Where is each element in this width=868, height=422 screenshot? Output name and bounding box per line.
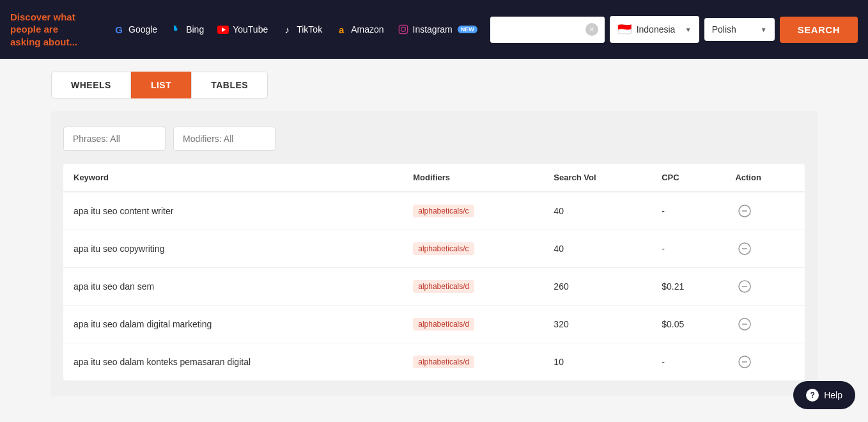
engine-tiktok-label: TikTok — [297, 24, 322, 35]
content-area: WHEELS LIST TABLES Keyword Modifiers Sea… — [0, 59, 868, 422]
instagram-icon — [397, 23, 410, 36]
search-vol-cell: 260 — [543, 268, 651, 306]
cpc-cell: $0.21 — [651, 268, 725, 306]
search-vol-cell: 10 — [543, 343, 651, 381]
action-cell — [725, 343, 805, 381]
language-selector[interactable]: Polish ▼ — [704, 18, 775, 41]
action-cell — [725, 230, 805, 268]
svg-point-3 — [401, 27, 405, 32]
modifier-badge: alphabeticals/c — [413, 242, 474, 255]
instagram-new-badge: NEW — [458, 26, 477, 33]
col-keyword: Keyword — [63, 164, 403, 192]
bing-icon — [170, 23, 183, 36]
tab-list[interactable]: LIST — [131, 72, 191, 98]
modifier-cell: alphabeticals/c — [403, 230, 543, 268]
brand-end: about... — [41, 36, 78, 47]
action-cell — [725, 268, 805, 306]
cpc-cell: $0.05 — [651, 306, 725, 343]
brand-line2: people are — [10, 24, 58, 35]
table-container: Keyword Modifiers Search Vol CPC Action … — [50, 111, 818, 396]
col-modifiers: Modifiers — [403, 164, 543, 192]
keyword-cell: apa itu seo dan sem — [63, 268, 403, 306]
modifier-cell: alphabeticals/d — [403, 306, 543, 343]
engine-instagram-label: Instagram — [413, 24, 453, 35]
remove-button[interactable] — [735, 201, 754, 221]
brand-highlight: asking — [10, 36, 41, 47]
language-label: Polish — [712, 24, 736, 35]
results-table: Keyword Modifiers Search Vol CPC Action … — [63, 164, 805, 380]
tiktok-icon: ♪ — [281, 23, 293, 36]
modifier-cell: alphabeticals/d — [403, 268, 543, 306]
search-vol-cell: 40 — [543, 192, 651, 230]
engine-google-label: Google — [128, 24, 157, 35]
modifier-badge: alphabeticals/d — [413, 356, 474, 368]
modifiers-filter[interactable] — [173, 127, 275, 151]
language-dropdown-arrow: ▼ — [761, 26, 767, 33]
engine-bing[interactable]: Bing — [170, 23, 204, 36]
tab-wheels[interactable]: WHEELS — [51, 72, 131, 98]
keyword-cell: apa itu seo dalam digital marketing — [63, 306, 403, 343]
remove-button[interactable] — [735, 277, 754, 296]
brand-line1: Discover what — [10, 12, 75, 22]
google-icon: G — [112, 23, 125, 36]
keyword-cell: apa itu seo content writer — [63, 192, 403, 230]
engine-youtube[interactable]: YouTube — [217, 23, 268, 36]
col-action: Action — [725, 164, 805, 192]
svg-rect-2 — [399, 25, 407, 33]
country-dropdown-arrow: ▼ — [685, 26, 692, 33]
cpc-cell: - — [651, 343, 725, 381]
table-header: Keyword Modifiers Search Vol CPC Action — [63, 164, 805, 192]
help-icon: ? — [806, 389, 819, 402]
engine-google[interactable]: G Google — [112, 23, 157, 36]
tabs-row: WHEELS LIST TABLES — [0, 72, 868, 98]
engine-bing-label: Bing — [186, 24, 204, 35]
engine-tiktok[interactable]: ♪ TikTok — [281, 23, 322, 36]
keyword-cell: apa itu seo dalam konteks pemasaran digi… — [63, 343, 403, 381]
help-label: Help — [824, 390, 842, 400]
search-vol-cell: 320 — [543, 306, 651, 343]
col-search-vol: Search Vol — [543, 164, 651, 192]
table-row: apa itu seo content writer alphabeticals… — [63, 192, 805, 230]
engine-amazon-label: Amazon — [351, 24, 384, 35]
country-flag: 🇮🇩 — [617, 22, 632, 36]
youtube-icon — [217, 23, 229, 36]
engine-youtube-label: YouTube — [233, 24, 268, 35]
engine-nav: G Google Bing YouTube ♪ TikTok a Amazon — [112, 23, 477, 36]
clear-button[interactable]: × — [585, 23, 598, 36]
engine-amazon[interactable]: a Amazon — [335, 23, 384, 36]
country-selector[interactable]: 🇮🇩 Indonesia ▼ — [610, 16, 699, 43]
search-button[interactable]: SEARCH — [780, 17, 858, 43]
search-input-wrapper: apa itu seo × — [490, 17, 605, 43]
remove-button[interactable] — [735, 352, 754, 371]
country-label: Indonesia — [637, 24, 676, 35]
modifier-badge: alphabeticals/d — [413, 280, 474, 293]
search-bar: apa itu seo × 🇮🇩 Indonesia ▼ Polish ▼ SE… — [490, 16, 858, 43]
svg-point-4 — [405, 27, 406, 27]
table-wrapper: Keyword Modifiers Search Vol CPC Action … — [63, 164, 805, 380]
col-cpc: CPC — [651, 164, 725, 192]
filters-row — [63, 127, 805, 151]
modifier-cell: alphabeticals/d — [403, 343, 543, 381]
keyword-cell: apa itu seo copywriting — [63, 230, 403, 268]
header: Discover what people are asking about...… — [0, 0, 868, 59]
help-button[interactable]: ? Help — [793, 381, 855, 409]
remove-button[interactable] — [735, 239, 754, 258]
cpc-cell: - — [651, 230, 725, 268]
table-row: apa itu seo dalam konteks pemasaran digi… — [63, 343, 805, 381]
remove-button[interactable] — [735, 315, 754, 334]
modifier-badge: alphabeticals/d — [413, 318, 474, 331]
table-body: apa itu seo content writer alphabeticals… — [63, 192, 805, 380]
tab-tables[interactable]: TABLES — [191, 72, 268, 98]
table-row: apa itu seo dalam digital marketing alph… — [63, 306, 805, 343]
table-row: apa itu seo dan sem alphabeticals/d 260 … — [63, 268, 805, 306]
engine-instagram[interactable]: Instagram NEW — [397, 23, 477, 36]
brand-logo: Discover what people are asking about... — [10, 11, 100, 49]
amazon-icon: a — [335, 23, 348, 36]
phrases-filter[interactable] — [63, 127, 166, 151]
action-cell — [725, 192, 805, 230]
modifier-cell: alphabeticals/c — [403, 192, 543, 230]
action-cell — [725, 306, 805, 343]
cpc-cell: - — [651, 192, 725, 230]
table-row: apa itu seo copywriting alphabeticals/c … — [63, 230, 805, 268]
search-vol-cell: 40 — [543, 230, 651, 268]
